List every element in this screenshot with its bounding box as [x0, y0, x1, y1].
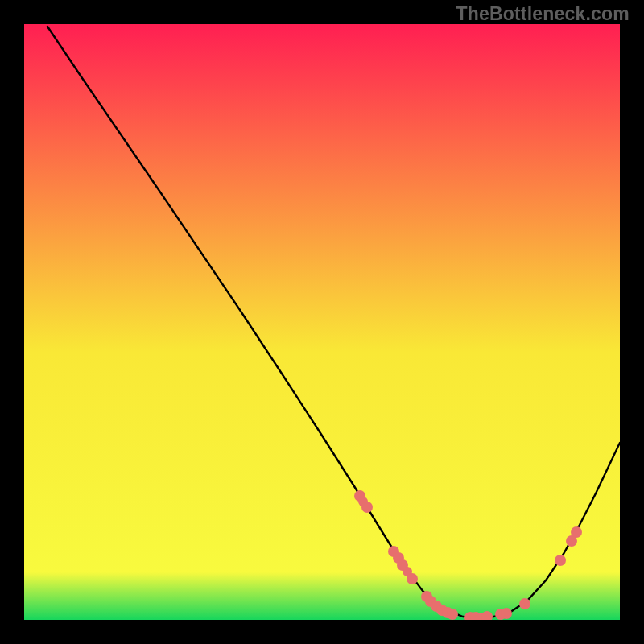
chart-frame: TheBottleneck.com — [0, 0, 644, 644]
data-marker — [407, 573, 418, 584]
data-marker — [501, 608, 512, 619]
data-marker — [571, 526, 582, 538]
data-marker — [555, 555, 566, 566]
data-marker — [447, 609, 458, 620]
data-marker — [361, 502, 373, 513]
data-marker — [519, 598, 530, 609]
bottleneck-chart — [24, 24, 620, 620]
attribution-label: TheBottleneck.com — [456, 3, 630, 25]
gradient-background — [24, 24, 620, 620]
